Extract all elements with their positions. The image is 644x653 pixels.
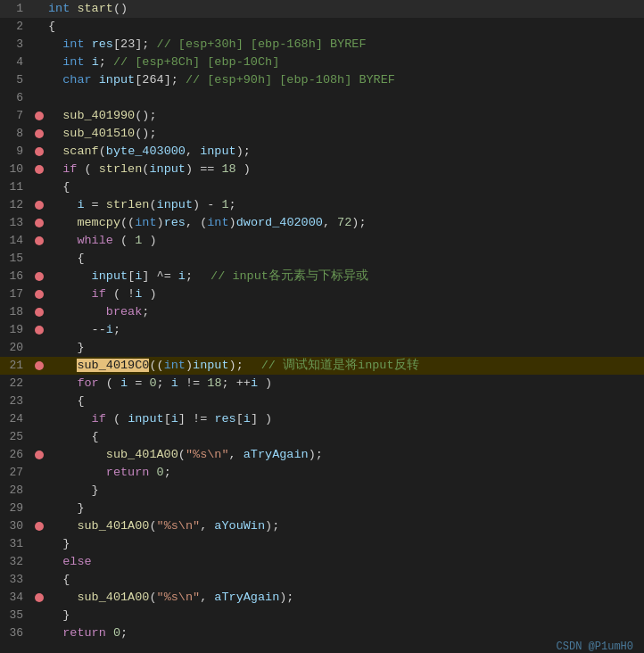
code-token [48, 448, 106, 461]
code-token [48, 162, 62, 176]
breakpoint[interactable] [32, 361, 46, 370]
code-token: "%s\n" [157, 519, 201, 533]
breakpoint[interactable] [32, 219, 46, 227]
breakpoint[interactable] [32, 129, 46, 138]
code-token: input [157, 198, 194, 211]
code-token: input [92, 269, 128, 283]
code-token: ( [106, 412, 128, 426]
breakpoint[interactable] [32, 593, 46, 602]
code-token: } [48, 341, 85, 354]
code-token: // [esp+90h] [ebp-108h] BYREF [186, 73, 395, 87]
code-token: sub_401A00 [106, 448, 178, 461]
code-text: sub_401A00("%s\n", aYouWin); [46, 517, 637, 535]
code-token: if [92, 412, 106, 426]
breakpoint[interactable] [32, 326, 46, 335]
code-token: } [48, 608, 70, 622]
table-row: 33 { [0, 571, 644, 589]
code-token: // [esp+30h] [ebp-168h] BYREF [157, 37, 367, 51]
code-token: ; [142, 305, 149, 318]
code-token: int [48, 2, 70, 15]
code-token: strlen [99, 162, 143, 176]
code-token: ) [157, 216, 164, 229]
breakpoint[interactable] [32, 450, 46, 459]
code-token: byte_403000 [106, 145, 186, 158]
code-token [48, 37, 62, 51]
code-token: ) [142, 234, 156, 247]
code-token: i [178, 269, 186, 283]
code-text: } [46, 482, 637, 500]
table-row: 7 sub_401990(); [0, 107, 644, 125]
code-text: { [46, 250, 637, 268]
table-row: 1int start() [0, 0, 644, 18]
code-token: ( [178, 448, 186, 461]
code-token: sub_401990 [62, 109, 135, 122]
code-token: else [62, 555, 91, 568]
code-token [149, 466, 156, 479]
code-token: i [92, 55, 99, 69]
code-token: i [77, 198, 84, 211]
code-token: , [229, 448, 244, 461]
code-token [48, 466, 106, 479]
table-row: 25 { [0, 428, 644, 446]
code-token: , ( [186, 216, 207, 229]
code-token: if [92, 287, 106, 301]
code-token: 0 [157, 466, 164, 479]
code-text: sub_401510(); [46, 125, 637, 143]
code-token: int [164, 359, 186, 372]
table-row: 27 return 0; [0, 464, 644, 482]
code-token: sub_401A00 [77, 519, 149, 533]
code-token: input [99, 73, 136, 87]
breakpoint[interactable] [32, 290, 46, 299]
breakpoint-dot [35, 593, 44, 602]
line-number: 28 [0, 482, 32, 500]
code-token: ; [229, 198, 236, 211]
code-token: (( [149, 359, 163, 372]
code-token: i [171, 376, 178, 390]
breakpoint[interactable] [32, 201, 46, 210]
code-token: 18 [221, 162, 235, 176]
code-token: ) [229, 216, 236, 229]
table-row: 13 memcpy((int)res, (int)dword_402000, 7… [0, 214, 644, 232]
code-token: ] ) [251, 412, 272, 426]
code-token: () [113, 2, 128, 15]
line-number: 35 [0, 607, 32, 624]
code-text: sub_401990(); [46, 107, 637, 125]
code-token: char [62, 73, 91, 87]
table-row: 18 break; [0, 303, 644, 321]
code-token: while [77, 234, 113, 247]
code-text: sub_401A00("%s\n", aTryAgain); [46, 589, 637, 607]
code-text: } [46, 607, 637, 624]
line-number: 33 [0, 571, 32, 589]
line-number: 5 [0, 71, 32, 89]
code-token: return [106, 466, 150, 479]
breakpoint[interactable] [32, 272, 46, 281]
code-token: ) [186, 359, 193, 372]
code-token [85, 55, 92, 69]
code-token: if [62, 162, 77, 176]
table-row: 5 char input[264]; // [esp+90h] [ebp-108… [0, 71, 644, 89]
line-number: 22 [0, 375, 32, 393]
breakpoint[interactable] [32, 308, 46, 317]
breakpoint[interactable] [32, 165, 46, 174]
code-token [48, 555, 62, 568]
code-token: { [48, 180, 70, 194]
code-token: "%s\n" [186, 448, 229, 461]
breakpoint[interactable] [32, 522, 46, 531]
table-row: 16 input[i] ^= i;// input各元素与下标异或 [0, 268, 644, 285]
code-token: input [193, 359, 229, 372]
breakpoint[interactable] [32, 147, 46, 156]
breakpoint-dot [35, 450, 44, 459]
code-text: { [46, 428, 637, 446]
line-number: 13 [0, 214, 32, 232]
line-number: 21 [0, 357, 32, 375]
code-text: i = strlen(input) - 1; [46, 196, 637, 214]
breakpoint[interactable] [32, 112, 46, 120]
code-token: start [77, 2, 113, 15]
code-token: } [48, 484, 99, 497]
breakpoint[interactable] [32, 236, 46, 245]
code-token [48, 359, 77, 372]
code-token: ( [113, 234, 135, 247]
code-token: 0 [149, 376, 156, 390]
code-token: [264]; [135, 73, 186, 87]
line-number: 2 [0, 18, 32, 36]
